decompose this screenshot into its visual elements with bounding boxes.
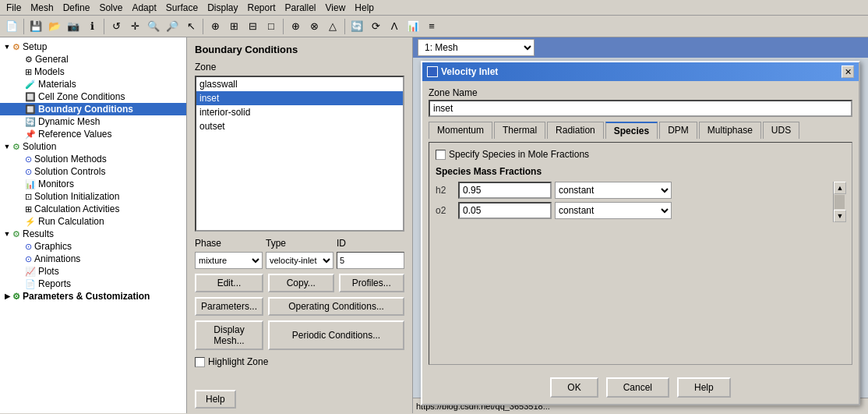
scroll-up-arrow[interactable]: ▲ bbox=[834, 182, 846, 194]
periodic-button[interactable]: Periodic Conditions... bbox=[268, 320, 404, 350]
tree-item-reference[interactable]: 📌Reference Values bbox=[0, 128, 186, 140]
tree-item-sol-init[interactable]: ⊡Solution Initialization bbox=[0, 190, 186, 203]
menu-adapt[interactable]: Adapt bbox=[127, 1, 161, 15]
tree-item-params[interactable]: ▶⚙Parameters & Customization bbox=[0, 290, 186, 303]
tree-item-calc-activities[interactable]: ⊞Calculation Activities bbox=[0, 203, 186, 215]
zone-item-outset[interactable]: outset bbox=[196, 119, 403, 133]
tree-item-run-calc[interactable]: ⚡Run Calculation bbox=[0, 215, 186, 228]
move-btn[interactable]: ✛ bbox=[126, 18, 143, 35]
tree-item-plots[interactable]: 📈Plots bbox=[0, 265, 186, 278]
rotate-btn[interactable]: ↺ bbox=[108, 18, 125, 35]
tree-item-graphics[interactable]: ⊙Graphics bbox=[0, 240, 186, 253]
view1-btn[interactable]: ⊕ bbox=[287, 18, 304, 35]
expand-icon-params[interactable]: ▶ bbox=[3, 292, 11, 300]
phase-select[interactable]: mixture bbox=[195, 252, 263, 269]
ok-button[interactable]: OK bbox=[550, 377, 598, 398]
view3-btn[interactable]: △ bbox=[324, 18, 341, 35]
id-input[interactable] bbox=[337, 252, 404, 269]
highlight-zone-checkbox[interactable] bbox=[195, 357, 205, 367]
menu-file[interactable]: File bbox=[2, 1, 26, 15]
menu-view[interactable]: View bbox=[321, 1, 351, 15]
menu-solve[interactable]: Solve bbox=[94, 1, 127, 15]
menu-surface[interactable]: Surface bbox=[161, 1, 203, 15]
tree-item-reports[interactable]: 📄Reports bbox=[0, 278, 186, 290]
info-btn[interactable]: ℹ bbox=[83, 18, 101, 35]
zone-item-interior-solid[interactable]: interior-solid bbox=[196, 105, 403, 119]
type-select[interactable]: velocity-inlet bbox=[266, 252, 333, 269]
tree-item-solution[interactable]: ▼⚙Solution bbox=[0, 140, 186, 153]
save-btn[interactable]: 💾 bbox=[27, 18, 44, 35]
refresh-btn[interactable]: ⟳ bbox=[367, 18, 384, 35]
tree-item-monitors[interactable]: 📊Monitors bbox=[0, 178, 186, 190]
probe-btn[interactable]: ⊞ bbox=[225, 18, 242, 35]
tab-dpm[interactable]: DPM bbox=[659, 122, 697, 139]
h2-value-input[interactable] bbox=[458, 182, 552, 199]
highlight-zone-label: Highlight Zone bbox=[208, 356, 268, 367]
help-button[interactable]: Help bbox=[677, 377, 731, 398]
grid-btn[interactable]: ⊟ bbox=[244, 18, 261, 35]
menu-display[interactable]: Display bbox=[203, 1, 242, 15]
chart-btn[interactable]: 📊 bbox=[404, 18, 422, 35]
tree-item-dynamic[interactable]: 🔄Dynamic Mesh bbox=[0, 115, 186, 128]
expand-icon-results[interactable]: ▼ bbox=[3, 230, 11, 238]
mesh-select[interactable]: 1: Mesh bbox=[418, 39, 535, 56]
expand-icon-setup[interactable]: ▼ bbox=[3, 43, 11, 51]
tree-item-models[interactable]: ⊞Models bbox=[0, 65, 186, 78]
tab-radiation[interactable]: Radiation bbox=[547, 122, 604, 139]
zoom-out-btn[interactable]: 🔎 bbox=[164, 18, 181, 35]
tree-item-general[interactable]: ⚙General bbox=[0, 53, 186, 65]
tree-item-cell-zone[interactable]: 🔲Cell Zone Conditions bbox=[0, 90, 186, 103]
tab-species[interactable]: Species bbox=[605, 122, 658, 139]
profiles-button[interactable]: Profiles... bbox=[339, 274, 404, 292]
zoom-in-btn[interactable]: 🔍 bbox=[145, 18, 162, 35]
parameters-button[interactable]: Parameters... bbox=[195, 297, 263, 316]
camera-btn[interactable]: 📷 bbox=[65, 18, 82, 35]
tree-item-animations[interactable]: ⊙Animations bbox=[0, 253, 186, 265]
o2-value-input[interactable] bbox=[458, 202, 552, 219]
bc-help-button[interactable]: Help bbox=[195, 390, 236, 409]
mole-fractions-checkbox[interactable] bbox=[436, 150, 446, 160]
display-mesh-button[interactable]: Display Mesh... bbox=[195, 320, 263, 350]
fluent-btn[interactable]: 🔄 bbox=[348, 18, 365, 35]
lambda-btn[interactable]: Λ bbox=[386, 18, 403, 35]
bc-zone-list[interactable]: glasswallinsetinterior-solidoutset bbox=[195, 76, 404, 232]
bar-btn[interactable]: ≡ bbox=[423, 18, 440, 35]
expand-icon-solution[interactable]: ▼ bbox=[3, 143, 11, 150]
tree-item-boundary[interactable]: 🔲Boundary Conditions bbox=[0, 103, 186, 115]
copy-button[interactable]: Copy... bbox=[268, 274, 333, 292]
menu-mesh[interactable]: Mesh bbox=[26, 1, 58, 15]
tree-icon-models: ⊞ bbox=[25, 67, 32, 77]
select-btn[interactable]: ⊕ bbox=[206, 18, 224, 35]
open-btn[interactable]: 📂 bbox=[46, 18, 63, 35]
cursor-btn[interactable]: ↖ bbox=[182, 18, 199, 35]
tab-thermal[interactable]: Thermal bbox=[494, 122, 545, 139]
dialog-close-button[interactable]: ✕ bbox=[842, 65, 854, 78]
species-scrollbar[interactable]: ▲ ▼ bbox=[833, 182, 845, 222]
menu-define[interactable]: Define bbox=[58, 1, 95, 15]
view2-btn[interactable]: ⊗ bbox=[305, 18, 323, 35]
tree-label-graphics: Graphics bbox=[34, 241, 72, 252]
h2-method-select[interactable]: constant bbox=[555, 182, 672, 199]
operating-button[interactable]: Operating Conditions... bbox=[268, 297, 404, 316]
tree-item-sol-controls[interactable]: ⊙Solution Controls bbox=[0, 165, 186, 178]
menu-report[interactable]: Report bbox=[242, 1, 280, 15]
tree-item-materials[interactable]: 🧪Materials bbox=[0, 78, 186, 90]
scroll-down-arrow[interactable]: ▼ bbox=[834, 210, 846, 222]
sep4 bbox=[283, 19, 284, 34]
box-btn[interactable]: □ bbox=[263, 18, 280, 35]
zone-item-inset[interactable]: inset bbox=[196, 91, 403, 105]
tab-uds[interactable]: UDS bbox=[763, 122, 799, 139]
new-btn[interactable]: 📄 bbox=[3, 18, 20, 35]
tab-momentum[interactable]: Momentum bbox=[429, 122, 492, 139]
zone-item-glasswall[interactable]: glasswall bbox=[196, 77, 403, 91]
menu-help[interactable]: Help bbox=[350, 1, 379, 15]
tab-multiphase[interactable]: Multiphase bbox=[699, 122, 761, 139]
tree-item-sol-methods[interactable]: ⊙Solution Methods bbox=[0, 153, 186, 165]
cancel-button[interactable]: Cancel bbox=[606, 377, 669, 398]
edit-button[interactable]: Edit... bbox=[195, 274, 263, 292]
tree-item-results[interactable]: ▼⚙Results bbox=[0, 228, 186, 240]
tree-item-setup[interactable]: ▼⚙Setup bbox=[0, 41, 186, 53]
menu-parallel[interactable]: Parallel bbox=[281, 1, 321, 15]
o2-method-select[interactable]: constant bbox=[555, 202, 672, 219]
zone-name-input[interactable] bbox=[429, 100, 852, 117]
